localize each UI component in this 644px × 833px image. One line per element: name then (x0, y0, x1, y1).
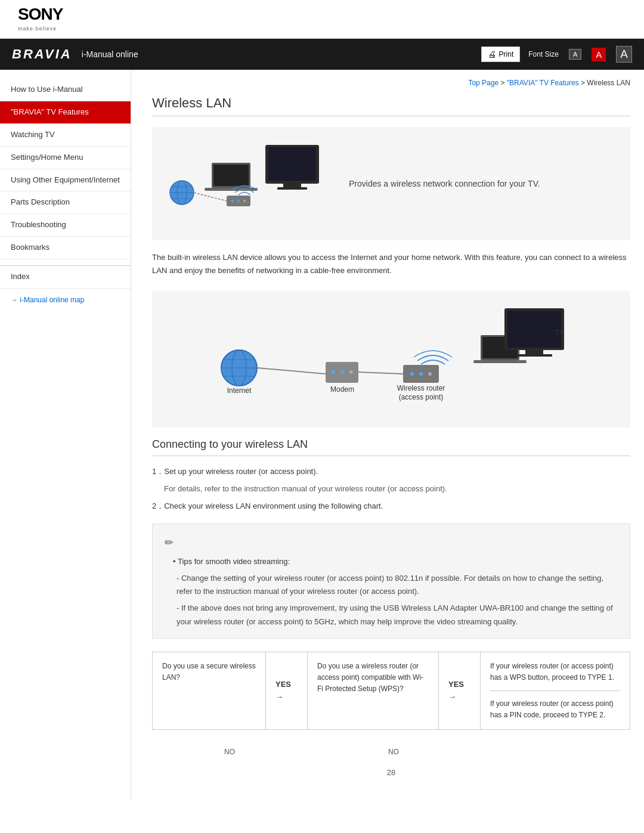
content-area: Top Page > "BRAVIA" TV Features > Wirele… (131, 70, 644, 801)
flowchart: Do you use a secure wireless LAN? YES → … (152, 652, 630, 730)
nav-title: i-Manual online (82, 49, 138, 59)
svg-rect-41 (525, 350, 543, 354)
breadcrumb: Top Page > "BRAVIA" TV Features > Wirele… (152, 79, 630, 87)
page-title: Wireless LAN (152, 95, 630, 116)
note-dash-1: - Change the setting of your wireless ro… (177, 572, 618, 598)
svg-rect-3 (277, 187, 307, 190)
sony-logo: SONY (18, 6, 626, 23)
svg-line-23 (258, 368, 326, 374)
sidebar-item-parts-description[interactable]: Parts Description (0, 191, 131, 214)
note-dash-2: - If the above does not bring any improv… (177, 602, 618, 628)
breadcrumb-sep2: > (581, 79, 587, 87)
font-medium-button[interactable]: A (592, 48, 606, 61)
sidebar-item-index[interactable]: Index (0, 265, 131, 289)
print-icon: 🖨 (488, 49, 496, 59)
note-box: ✏ • Tips for smooth video streaming: - C… (152, 524, 630, 639)
intro-diagram: Provides a wireless network connection f… (152, 127, 630, 240)
nav-left: BRAVIA i-Manual online (12, 47, 138, 62)
sony-tagline: make.believe (18, 26, 57, 32)
no-label-1: NO (152, 748, 307, 756)
step-1: 1．Set up your wireless router (or access… (152, 466, 630, 478)
print-label: Print (499, 50, 514, 58)
svg-text:Modem: Modem (330, 385, 354, 394)
sidebar-item-settings[interactable]: Settings/Home Menu (0, 147, 131, 169)
diagram-description: Provides a wireless network connection f… (349, 179, 540, 188)
svg-line-29 (358, 372, 403, 374)
flow-ans-type2: If your wireless router (or access point… (490, 698, 620, 721)
network-diagram-svg: Internet Modem Wir (206, 302, 576, 416)
svg-text:(access point): (access point) (399, 393, 444, 401)
bravia-logo: BRAVIA (12, 47, 72, 62)
svg-point-32 (419, 372, 423, 376)
svg-point-31 (410, 372, 414, 376)
svg-rect-38 (473, 360, 527, 363)
svg-rect-2 (283, 184, 301, 187)
svg-point-27 (349, 370, 353, 374)
sidebar-item-watching-tv[interactable]: Watching TV (0, 124, 131, 147)
breadcrumb-top-page[interactable]: Top Page (468, 79, 499, 87)
svg-text:Internet: Internet (227, 386, 252, 395)
breadcrumb-bravia-tv[interactable]: "BRAVIA" TV Features (507, 79, 579, 87)
sidebar: How to Use i-Manual "BRAVIA" TV Features… (0, 70, 131, 801)
devices-diagram-svg (164, 139, 331, 228)
font-large-button[interactable]: A (616, 46, 632, 63)
nav-bar: BRAVIA i-Manual online 🖨 Print Font Size… (0, 39, 644, 70)
sidebar-map-link[interactable]: i-Manual online map (0, 289, 131, 311)
main-layout: How to Use i-Manual "BRAVIA" TV Features… (0, 70, 644, 801)
nav-right: 🖨 Print Font Size A A A (481, 46, 632, 63)
sidebar-item-how-to-use[interactable]: How to Use i-Manual (0, 79, 131, 101)
flow-yes-2: YES → (439, 652, 481, 730)
top-bar: SONY make.believe (0, 0, 644, 39)
svg-point-10 (243, 200, 246, 202)
svg-rect-40 (507, 311, 561, 348)
no-label-2: NO (307, 748, 480, 756)
page-number: 28 (152, 768, 630, 777)
breadcrumb-sep1: > (500, 79, 506, 87)
note-icon: ✏ (165, 534, 618, 552)
svg-text:TV: TV (555, 329, 564, 337)
sidebar-item-bravia-tv-features[interactable]: "BRAVIA" TV Features (0, 101, 131, 124)
svg-point-9 (237, 200, 240, 202)
svg-point-26 (340, 370, 344, 374)
sidebar-item-using-other[interactable]: Using Other Equipment/Internet (0, 169, 131, 192)
section-heading: Connecting to your wireless LAN (152, 438, 630, 456)
print-button[interactable]: 🖨 Print (481, 47, 521, 62)
note-bullet-title: • Tips for smooth video streaming: (173, 555, 618, 568)
sidebar-item-bookmarks[interactable]: Bookmarks (0, 237, 131, 259)
font-small-button[interactable]: A (569, 49, 581, 60)
step-1-sub: For details, refer to the instruction ma… (164, 483, 630, 496)
flow-answer: If your wireless router (or access point… (481, 652, 630, 730)
svg-text:Wireless router: Wireless router (397, 384, 445, 392)
breadcrumb-current: Wireless LAN (587, 79, 630, 87)
svg-rect-42 (516, 354, 552, 357)
svg-rect-5 (213, 165, 249, 186)
description-text: The built-in wireless LAN device allows … (152, 251, 630, 277)
svg-line-16 (194, 193, 227, 201)
steps-list: 1．Set up your wireless router (or access… (152, 466, 630, 512)
network-diagram-box: Internet Modem Wir (152, 290, 630, 428)
font-size-label: Font Size (528, 50, 559, 58)
no-labels-row: NO NO (152, 748, 630, 756)
step-2: 2．Check your wireless LAN environment us… (152, 500, 630, 513)
svg-point-8 (231, 200, 234, 202)
flow-yes-1: YES → (266, 652, 308, 730)
svg-point-33 (428, 372, 432, 376)
flow-question-1: Do you use a secure wireless LAN? (153, 652, 266, 730)
flow-ans-type1: If your wireless router (or access point… (490, 661, 620, 691)
flow-question-2: Do you use a wireless router (or access … (308, 652, 439, 730)
sidebar-item-troubleshooting[interactable]: Troubleshooting (0, 214, 131, 237)
svg-point-25 (332, 370, 335, 374)
svg-rect-1 (268, 147, 316, 181)
